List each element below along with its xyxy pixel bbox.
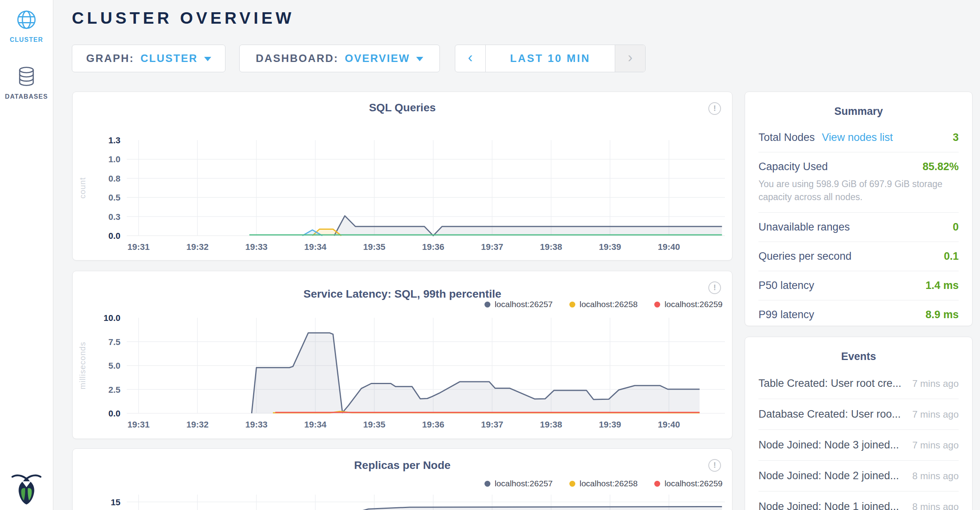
svg-text:2.5: 2.5 [108,385,120,395]
legend-item[interactable]: localhost:26257 [484,300,553,309]
graph-dropdown[interactable]: GRAPH: CLUSTER [72,45,225,72]
sql-queries-card: SQL Queries ! 0.00.30.50.81.01.319:3119:… [72,92,732,261]
event-time: 7 mins ago [912,378,959,389]
time-prev-button[interactable]: ‹ [455,45,485,72]
chevron-down-icon [416,57,423,61]
summary-rows: Total NodesView nodes list3Capacity Used… [745,123,972,329]
summary-row: Total NodesView nodes list3 [758,123,959,152]
svg-text:19:35: 19:35 [363,242,385,252]
event-row[interactable]: Database Created: User roo...7 mins ago [758,399,959,430]
legend-item[interactable]: localhost:26259 [654,300,723,309]
summary-title: Summary [745,105,972,118]
chart-plot: 05101519:3119:3219:3319:3419:3519:3619:3… [73,486,733,510]
events-title: Events [745,351,972,363]
summary-label: Total Nodes [758,131,815,144]
event-time: 7 mins ago [912,409,959,420]
cockroachdb-admin-ui: CLUSTER DATABASES [0,0,980,510]
legend-dot-icon [654,302,660,308]
svg-text:19:34: 19:34 [304,242,327,252]
svg-text:19:31: 19:31 [128,242,150,252]
chevron-down-icon [204,57,211,61]
dashboard-dropdown[interactable]: DASHBOARD: OVERVIEW [239,45,440,72]
event-text: Database Created: User roo... [758,408,901,420]
sidebar-item-cluster[interactable]: CLUSTER [0,9,53,43]
event-time: 8 mins ago [912,501,959,510]
svg-text:15: 15 [111,497,120,507]
info-icon[interactable]: ! [708,102,721,115]
chevron-right-icon: › [628,49,633,66]
svg-text:19:33: 19:33 [245,242,267,252]
replicas-per-node-card: Replicas per Node ! localhost:26257local… [72,448,732,510]
summary-row: Unavailable ranges0 [758,213,959,242]
legend-dot-icon [569,302,575,308]
event-text: Node Joined: Node 3 joined... [758,439,899,451]
svg-text:1.0: 1.0 [108,154,120,164]
sidebar-item-databases[interactable]: DATABASES [0,66,53,100]
svg-text:19:32: 19:32 [186,242,208,252]
svg-text:19:39: 19:39 [599,242,621,252]
time-range-button[interactable]: LAST 10 MIN [485,45,615,72]
cockroach-logo[interactable] [9,472,43,506]
summary-value: 3 [953,131,959,144]
info-icon[interactable]: ! [708,281,721,294]
event-row[interactable]: Node Joined: Node 1 joined...8 mins ago [758,491,959,510]
legend-item[interactable]: localhost:26258 [569,300,638,309]
svg-text:count: count [78,177,87,199]
chart-title: Replicas per Node [73,459,732,472]
events-list: Table Created: User root cre...7 mins ag… [745,368,972,510]
summary-value: 0.1 [944,250,959,262]
svg-text:19:40: 19:40 [658,242,680,252]
svg-text:0.3: 0.3 [108,212,120,222]
legend-label: localhost:26258 [580,300,638,309]
event-text: Table Created: User root cre... [758,377,901,390]
chevron-left-icon: ‹ [468,49,473,66]
summary-label: Capacity Used [758,161,828,173]
summary-row: Capacity Used85.82%You are using 598.9 G… [758,152,959,213]
svg-text:19:39: 19:39 [599,420,621,429]
event-time: 8 mins ago [912,471,959,482]
page-title: CLUSTER OVERVIEW [72,9,295,28]
sidebar-item-label: CLUSTER [0,36,53,43]
view-nodes-link[interactable]: View nodes list [822,131,893,144]
svg-text:milliseconds: milliseconds [78,342,87,390]
events-card: Events Table Created: User root cre...7 … [745,337,972,510]
chart-title: SQL Queries [73,101,732,114]
svg-text:19:40: 19:40 [658,420,680,429]
time-next-button[interactable]: › [615,45,645,72]
chart-legend: localhost:26257localhost:26258localhost:… [484,300,723,309]
svg-text:19:34: 19:34 [304,420,327,429]
svg-text:19:35: 19:35 [363,420,385,429]
svg-text:10.0: 10.0 [103,313,120,323]
legend-label: localhost:26259 [665,300,723,309]
globe-icon [0,9,53,32]
chart-plot: 0.02.55.07.510.019:3119:3219:3319:3419:3… [73,309,733,439]
time-range-label: LAST 10 MIN [510,52,591,65]
summary-label: Unavailable ranges [758,221,850,233]
event-text: Node Joined: Node 1 joined... [758,501,899,510]
svg-text:19:33: 19:33 [245,420,267,429]
summary-subtext: You are using 598.9 GiB of 697.9 GiB sto… [758,178,959,204]
event-row[interactable]: Node Joined: Node 2 joined...8 mins ago [758,461,959,491]
graph-dropdown-value: CLUSTER [141,52,198,65]
event-text: Node Joined: Node 2 joined... [758,470,899,482]
dashboard-dropdown-label: DASHBOARD: [256,52,339,65]
time-range-selector: ‹ LAST 10 MIN › [455,45,646,72]
graph-dropdown-label: GRAPH: [86,52,134,65]
event-row[interactable]: Table Created: User root cre...7 mins ag… [758,368,959,399]
summary-row: Queries per second0.1 [758,242,959,271]
sidebar-item-label: DATABASES [0,93,53,100]
svg-text:7.5: 7.5 [108,337,120,347]
svg-text:1.3: 1.3 [108,135,120,145]
summary-label: P50 latency [758,279,814,292]
svg-text:19:37: 19:37 [481,242,503,252]
legend-label: localhost:26257 [495,300,553,309]
summary-row: P99 latency8.9 ms [758,300,959,329]
svg-text:19:37: 19:37 [481,420,503,429]
svg-text:0.8: 0.8 [108,174,120,184]
service-latency-chart: 0.02.55.07.510.019:3119:3219:3319:3419:3… [73,309,733,441]
svg-text:19:38: 19:38 [540,420,562,429]
sql-queries-chart: 0.00.30.50.81.01.319:3119:3219:3319:3419… [73,131,733,263]
info-icon[interactable]: ! [708,459,721,472]
chart-plot: 0.00.30.50.81.01.319:3119:3219:3319:3419… [73,131,733,262]
event-row[interactable]: Node Joined: Node 3 joined...7 mins ago [758,430,959,461]
